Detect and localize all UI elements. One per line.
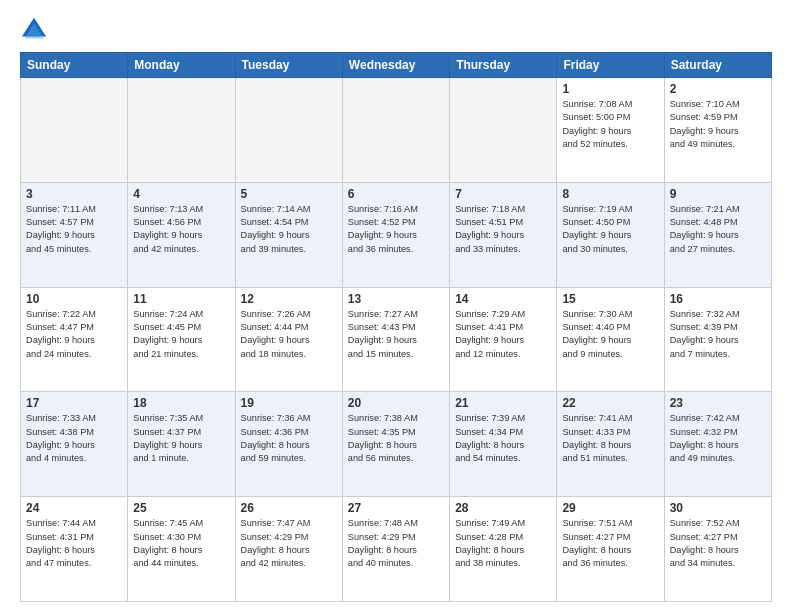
day-info: Sunrise: 7:48 AM Sunset: 4:29 PM Dayligh… xyxy=(348,517,444,570)
day-number: 4 xyxy=(133,187,229,201)
calendar-header-row: SundayMondayTuesdayWednesdayThursdayFrid… xyxy=(21,53,772,78)
day-info: Sunrise: 7:33 AM Sunset: 4:38 PM Dayligh… xyxy=(26,412,122,465)
calendar-cell: 1Sunrise: 7:08 AM Sunset: 5:00 PM Daylig… xyxy=(557,78,664,183)
day-number: 20 xyxy=(348,396,444,410)
calendar-header-wednesday: Wednesday xyxy=(342,53,449,78)
calendar-header-tuesday: Tuesday xyxy=(235,53,342,78)
day-number: 16 xyxy=(670,292,766,306)
calendar-header-friday: Friday xyxy=(557,53,664,78)
day-info: Sunrise: 7:35 AM Sunset: 4:37 PM Dayligh… xyxy=(133,412,229,465)
calendar-header-thursday: Thursday xyxy=(450,53,557,78)
day-info: Sunrise: 7:47 AM Sunset: 4:29 PM Dayligh… xyxy=(241,517,337,570)
calendar-header-saturday: Saturday xyxy=(664,53,771,78)
calendar-week-2: 3Sunrise: 7:11 AM Sunset: 4:57 PM Daylig… xyxy=(21,182,772,287)
day-number: 6 xyxy=(348,187,444,201)
day-info: Sunrise: 7:41 AM Sunset: 4:33 PM Dayligh… xyxy=(562,412,658,465)
day-number: 11 xyxy=(133,292,229,306)
day-info: Sunrise: 7:39 AM Sunset: 4:34 PM Dayligh… xyxy=(455,412,551,465)
calendar-week-3: 10Sunrise: 7:22 AM Sunset: 4:47 PM Dayli… xyxy=(21,287,772,392)
calendar-table: SundayMondayTuesdayWednesdayThursdayFrid… xyxy=(20,52,772,602)
day-number: 18 xyxy=(133,396,229,410)
day-info: Sunrise: 7:27 AM Sunset: 4:43 PM Dayligh… xyxy=(348,308,444,361)
calendar-cell: 4Sunrise: 7:13 AM Sunset: 4:56 PM Daylig… xyxy=(128,182,235,287)
day-info: Sunrise: 7:13 AM Sunset: 4:56 PM Dayligh… xyxy=(133,203,229,256)
day-number: 15 xyxy=(562,292,658,306)
day-number: 23 xyxy=(670,396,766,410)
day-number: 3 xyxy=(26,187,122,201)
day-number: 1 xyxy=(562,82,658,96)
calendar-week-1: 1Sunrise: 7:08 AM Sunset: 5:00 PM Daylig… xyxy=(21,78,772,183)
day-info: Sunrise: 7:24 AM Sunset: 4:45 PM Dayligh… xyxy=(133,308,229,361)
day-number: 12 xyxy=(241,292,337,306)
day-number: 30 xyxy=(670,501,766,515)
calendar-cell: 28Sunrise: 7:49 AM Sunset: 4:28 PM Dayli… xyxy=(450,497,557,602)
calendar-cell xyxy=(450,78,557,183)
day-number: 29 xyxy=(562,501,658,515)
calendar-cell: 17Sunrise: 7:33 AM Sunset: 4:38 PM Dayli… xyxy=(21,392,128,497)
calendar-cell xyxy=(235,78,342,183)
calendar-cell: 12Sunrise: 7:26 AM Sunset: 4:44 PM Dayli… xyxy=(235,287,342,392)
day-info: Sunrise: 7:10 AM Sunset: 4:59 PM Dayligh… xyxy=(670,98,766,151)
calendar-header-monday: Monday xyxy=(128,53,235,78)
day-info: Sunrise: 7:22 AM Sunset: 4:47 PM Dayligh… xyxy=(26,308,122,361)
calendar-cell: 29Sunrise: 7:51 AM Sunset: 4:27 PM Dayli… xyxy=(557,497,664,602)
day-number: 26 xyxy=(241,501,337,515)
day-info: Sunrise: 7:08 AM Sunset: 5:00 PM Dayligh… xyxy=(562,98,658,151)
day-number: 2 xyxy=(670,82,766,96)
day-info: Sunrise: 7:51 AM Sunset: 4:27 PM Dayligh… xyxy=(562,517,658,570)
day-info: Sunrise: 7:52 AM Sunset: 4:27 PM Dayligh… xyxy=(670,517,766,570)
day-info: Sunrise: 7:18 AM Sunset: 4:51 PM Dayligh… xyxy=(455,203,551,256)
calendar-cell: 18Sunrise: 7:35 AM Sunset: 4:37 PM Dayli… xyxy=(128,392,235,497)
day-number: 25 xyxy=(133,501,229,515)
day-number: 22 xyxy=(562,396,658,410)
calendar-cell: 14Sunrise: 7:29 AM Sunset: 4:41 PM Dayli… xyxy=(450,287,557,392)
calendar-cell: 3Sunrise: 7:11 AM Sunset: 4:57 PM Daylig… xyxy=(21,182,128,287)
day-info: Sunrise: 7:16 AM Sunset: 4:52 PM Dayligh… xyxy=(348,203,444,256)
logo-icon xyxy=(20,16,48,44)
day-number: 17 xyxy=(26,396,122,410)
calendar-header-sunday: Sunday xyxy=(21,53,128,78)
day-info: Sunrise: 7:26 AM Sunset: 4:44 PM Dayligh… xyxy=(241,308,337,361)
calendar-cell: 21Sunrise: 7:39 AM Sunset: 4:34 PM Dayli… xyxy=(450,392,557,497)
day-number: 13 xyxy=(348,292,444,306)
day-info: Sunrise: 7:45 AM Sunset: 4:30 PM Dayligh… xyxy=(133,517,229,570)
calendar-cell: 30Sunrise: 7:52 AM Sunset: 4:27 PM Dayli… xyxy=(664,497,771,602)
day-info: Sunrise: 7:19 AM Sunset: 4:50 PM Dayligh… xyxy=(562,203,658,256)
calendar-cell: 7Sunrise: 7:18 AM Sunset: 4:51 PM Daylig… xyxy=(450,182,557,287)
day-info: Sunrise: 7:11 AM Sunset: 4:57 PM Dayligh… xyxy=(26,203,122,256)
day-number: 14 xyxy=(455,292,551,306)
calendar-cell xyxy=(128,78,235,183)
day-number: 9 xyxy=(670,187,766,201)
day-number: 19 xyxy=(241,396,337,410)
calendar-cell: 26Sunrise: 7:47 AM Sunset: 4:29 PM Dayli… xyxy=(235,497,342,602)
logo xyxy=(20,16,52,44)
calendar-cell: 2Sunrise: 7:10 AM Sunset: 4:59 PM Daylig… xyxy=(664,78,771,183)
calendar-cell: 25Sunrise: 7:45 AM Sunset: 4:30 PM Dayli… xyxy=(128,497,235,602)
day-info: Sunrise: 7:32 AM Sunset: 4:39 PM Dayligh… xyxy=(670,308,766,361)
day-number: 28 xyxy=(455,501,551,515)
calendar-cell: 27Sunrise: 7:48 AM Sunset: 4:29 PM Dayli… xyxy=(342,497,449,602)
day-info: Sunrise: 7:36 AM Sunset: 4:36 PM Dayligh… xyxy=(241,412,337,465)
calendar-cell: 10Sunrise: 7:22 AM Sunset: 4:47 PM Dayli… xyxy=(21,287,128,392)
day-info: Sunrise: 7:38 AM Sunset: 4:35 PM Dayligh… xyxy=(348,412,444,465)
calendar-cell: 24Sunrise: 7:44 AM Sunset: 4:31 PM Dayli… xyxy=(21,497,128,602)
calendar-cell: 22Sunrise: 7:41 AM Sunset: 4:33 PM Dayli… xyxy=(557,392,664,497)
header xyxy=(20,16,772,44)
day-number: 7 xyxy=(455,187,551,201)
day-info: Sunrise: 7:49 AM Sunset: 4:28 PM Dayligh… xyxy=(455,517,551,570)
calendar-cell: 5Sunrise: 7:14 AM Sunset: 4:54 PM Daylig… xyxy=(235,182,342,287)
calendar-week-5: 24Sunrise: 7:44 AM Sunset: 4:31 PM Dayli… xyxy=(21,497,772,602)
day-info: Sunrise: 7:14 AM Sunset: 4:54 PM Dayligh… xyxy=(241,203,337,256)
day-number: 27 xyxy=(348,501,444,515)
calendar-week-4: 17Sunrise: 7:33 AM Sunset: 4:38 PM Dayli… xyxy=(21,392,772,497)
day-info: Sunrise: 7:42 AM Sunset: 4:32 PM Dayligh… xyxy=(670,412,766,465)
day-info: Sunrise: 7:21 AM Sunset: 4:48 PM Dayligh… xyxy=(670,203,766,256)
calendar-cell: 23Sunrise: 7:42 AM Sunset: 4:32 PM Dayli… xyxy=(664,392,771,497)
day-number: 24 xyxy=(26,501,122,515)
day-number: 10 xyxy=(26,292,122,306)
calendar-cell xyxy=(21,78,128,183)
calendar-cell: 9Sunrise: 7:21 AM Sunset: 4:48 PM Daylig… xyxy=(664,182,771,287)
calendar-cell: 8Sunrise: 7:19 AM Sunset: 4:50 PM Daylig… xyxy=(557,182,664,287)
day-number: 8 xyxy=(562,187,658,201)
calendar-cell: 16Sunrise: 7:32 AM Sunset: 4:39 PM Dayli… xyxy=(664,287,771,392)
